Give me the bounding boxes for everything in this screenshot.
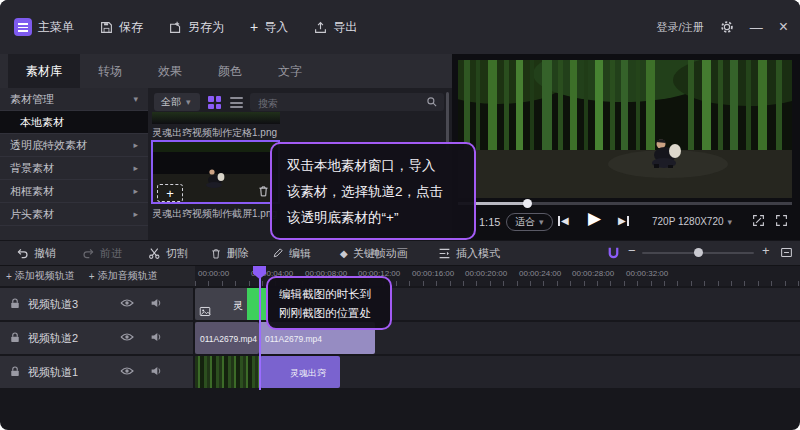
speaker-icon[interactable] bbox=[150, 297, 163, 309]
next-icon: ▶ bbox=[618, 215, 626, 226]
filter-dropdown[interactable]: 全部 ▾ bbox=[154, 93, 200, 111]
minimize-button[interactable]: — bbox=[750, 20, 763, 35]
media-item-thumbnail[interactable] bbox=[152, 112, 280, 124]
tab-colors[interactable]: 颜色 bbox=[200, 54, 260, 88]
resolution-dropdown[interactable]: 720P 1280X720 ▾ bbox=[652, 216, 732, 227]
list-view-icon[interactable] bbox=[230, 97, 243, 108]
previous-frame-button[interactable]: ◀ bbox=[558, 215, 569, 226]
clip-screenshot-track3[interactable]: 灵 bbox=[195, 288, 268, 320]
resolution-label: 720P 1280X720 bbox=[652, 216, 724, 227]
undo-label: 撤销 bbox=[34, 246, 56, 261]
fit-label: 适合 bbox=[515, 215, 535, 229]
save-as-button[interactable]: 另存为 bbox=[169, 19, 224, 36]
fullscreen-icon[interactable] bbox=[775, 214, 788, 227]
callout-line: 双击本地素材窗口，导入 bbox=[287, 153, 459, 179]
media-item-thumbnail-selected[interactable]: + bbox=[151, 140, 280, 204]
detach-preview-icon[interactable] bbox=[752, 214, 765, 227]
save-button[interactable]: 保存 bbox=[100, 19, 143, 36]
trash-icon[interactable] bbox=[257, 184, 270, 198]
export-label: 导出 bbox=[333, 19, 357, 36]
delete-label: 删除 bbox=[227, 246, 249, 261]
eye-icon[interactable] bbox=[120, 365, 134, 377]
grid-view-icon[interactable] bbox=[208, 96, 221, 109]
tab-material-library[interactable]: 素材库 bbox=[8, 54, 80, 88]
tab-text[interactable]: 文字 bbox=[260, 54, 320, 88]
settings-gear-icon[interactable] bbox=[720, 20, 734, 34]
callout-import-hint: 双击本地素材窗口，导入 该素材，选择轨道2，点击 该透明底素材的“+” bbox=[270, 142, 476, 240]
export-icon bbox=[314, 21, 327, 34]
clip-video-track1-left[interactable] bbox=[195, 356, 260, 388]
search-box bbox=[250, 93, 444, 111]
insert-mode-button[interactable]: 插入模式 bbox=[438, 245, 500, 261]
zoom-slider-handle[interactable] bbox=[694, 248, 703, 257]
callout-line: 该透明底素材的“+” bbox=[287, 205, 459, 231]
callout-line: 编辑截图的时长到 bbox=[279, 285, 379, 304]
redo-button[interactable]: 前进 bbox=[82, 245, 122, 261]
clip-label: 灵 bbox=[233, 299, 243, 313]
pencil-icon bbox=[272, 247, 284, 259]
plus-icon: + bbox=[89, 271, 95, 282]
sidebar-item-transparent-effects[interactable]: 透明底特效素材 ▸ bbox=[0, 134, 148, 157]
speaker-icon[interactable] bbox=[150, 365, 163, 377]
tab-effects[interactable]: 效果 bbox=[140, 54, 200, 88]
add-audio-track-button[interactable]: + 添加音频轨道 bbox=[89, 269, 158, 283]
login-register-link[interactable]: 登录/注册 bbox=[657, 20, 704, 35]
track-header-video2[interactable]: 视频轨道2 bbox=[0, 322, 193, 354]
clip-label: 011A2679.mp4 bbox=[265, 334, 322, 344]
zoom-in-icon[interactable]: + bbox=[762, 243, 770, 258]
sidebar-label: 片头素材 bbox=[10, 207, 54, 222]
scrub-handle[interactable] bbox=[523, 199, 532, 208]
fit-timeline-icon[interactable] bbox=[780, 246, 793, 259]
track-header-video3[interactable]: 视频轨道3 bbox=[0, 288, 193, 320]
track-header-video1[interactable]: 视频轨道1 bbox=[0, 356, 193, 388]
export-button[interactable]: 导出 bbox=[314, 19, 357, 36]
main-menu-button[interactable]: 主菜单 bbox=[14, 18, 74, 36]
chevron-down-icon: ▾ bbox=[728, 217, 733, 227]
chevron-down-icon: ▾ bbox=[539, 217, 544, 227]
add-to-track-button[interactable]: + bbox=[157, 184, 183, 202]
search-input[interactable] bbox=[250, 95, 444, 113]
filter-label: 全部 bbox=[161, 95, 181, 109]
add-video-track-button[interactable]: + 添加视频轨道 bbox=[6, 269, 75, 283]
clip-video-track1-right-selected[interactable]: 灵魂出窍 bbox=[260, 356, 340, 388]
insert-mode-label: 插入模式 bbox=[456, 246, 500, 261]
redo-label: 前进 bbox=[100, 246, 122, 261]
plus-icon: + bbox=[250, 19, 258, 35]
lock-icon[interactable] bbox=[9, 331, 21, 344]
import-button[interactable]: + 导入 bbox=[250, 19, 288, 36]
eye-icon[interactable] bbox=[120, 297, 134, 309]
speaker-icon[interactable] bbox=[150, 331, 163, 343]
keyframe-button[interactable]: ◆ 关键帧动画 bbox=[340, 245, 408, 261]
close-button[interactable]: × bbox=[779, 18, 788, 36]
tab-transitions[interactable]: 转场 bbox=[80, 54, 140, 88]
chevron-down-icon: ▾ bbox=[133, 94, 138, 104]
sidebar-item-frames[interactable]: 相框素材 ▸ bbox=[0, 180, 148, 203]
edit-label: 编辑 bbox=[289, 246, 311, 261]
delete-button[interactable]: 删除 bbox=[210, 245, 249, 261]
undo-button[interactable]: 撤销 bbox=[16, 245, 56, 261]
sidebar-label: 背景素材 bbox=[10, 161, 54, 176]
main-menu-label: 主菜单 bbox=[38, 19, 74, 36]
lock-icon[interactable] bbox=[9, 365, 21, 378]
lock-icon[interactable] bbox=[9, 297, 21, 310]
snap-magnet-icon[interactable] bbox=[606, 246, 621, 260]
zoom-out-icon[interactable]: − bbox=[628, 243, 636, 258]
ruler-tick: 00:00:32:00 bbox=[626, 269, 668, 278]
edit-button[interactable]: 编辑 bbox=[272, 245, 311, 261]
sidebar-item-material-management[interactable]: 素材管理 ▾ bbox=[0, 88, 148, 111]
next-frame-button[interactable]: ▶ bbox=[618, 215, 629, 226]
fit-dropdown[interactable]: 适合 ▾ bbox=[506, 213, 553, 231]
ruler-tick: 00:00:24:00 bbox=[519, 269, 561, 278]
track-name: 视频轨道3 bbox=[28, 297, 78, 312]
video-preview[interactable] bbox=[458, 60, 792, 198]
sidebar-label: 素材管理 bbox=[10, 92, 54, 107]
cut-button[interactable]: 切割 bbox=[148, 245, 188, 261]
play-button[interactable]: ▶ bbox=[588, 208, 601, 229]
sidebar-item-backgrounds[interactable]: 背景素材 ▸ bbox=[0, 157, 148, 180]
eye-icon[interactable] bbox=[120, 331, 134, 343]
sidebar-item-intros[interactable]: 片头素材 ▸ bbox=[0, 203, 148, 226]
playhead-line[interactable] bbox=[259, 266, 261, 390]
clip-video-track2-left[interactable]: 011A2679.mp4 bbox=[195, 322, 259, 354]
save-icon bbox=[100, 21, 113, 34]
sidebar-item-local-material[interactable]: 本地素材 bbox=[0, 111, 148, 134]
